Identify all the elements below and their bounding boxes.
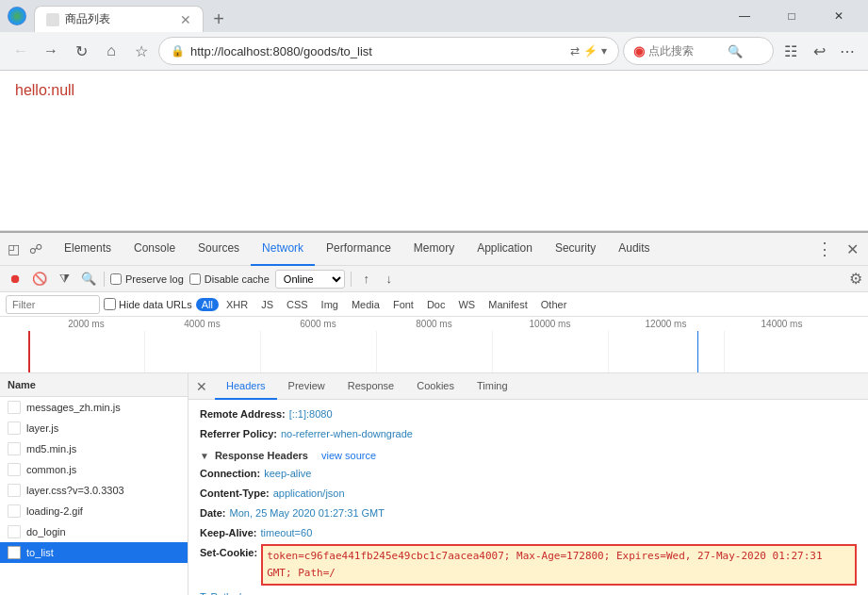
file-name-1: layer.js: [26, 422, 58, 434]
grid-view-button[interactable]: ☷: [778, 38, 804, 64]
search-icon[interactable]: 🔍: [728, 44, 743, 58]
settings-button[interactable]: ⚙: [849, 270, 862, 288]
chevron-down-icon[interactable]: ▾: [601, 44, 607, 58]
devtools-close-button[interactable]: ✕: [841, 240, 864, 258]
timeline-col-4: [492, 331, 608, 372]
timeline-label-0: 2000 ms: [28, 319, 144, 329]
detail-tab-timing[interactable]: Timing: [466, 373, 519, 400]
file-list-panel: Name messages_zh.min.js layer.js md5.min…: [0, 373, 188, 595]
throttle-select[interactable]: Online: [275, 270, 345, 289]
detail-panel-close[interactable]: ✕: [188, 379, 215, 394]
filter-all[interactable]: All: [196, 298, 219, 311]
tab-security[interactable]: Security: [544, 233, 607, 266]
forward-button[interactable]: →: [38, 38, 64, 64]
devtools-toolbar: ⏺ 🚫 ⧩ 🔍 Preserve log Disable cache Onlin…: [0, 266, 868, 292]
undo-button[interactable]: ↩: [806, 38, 832, 64]
filter-media[interactable]: Media: [346, 298, 385, 311]
tab-title: 商品列表: [65, 11, 174, 27]
section-toggle-icon[interactable]: ▼: [200, 451, 209, 461]
more-button[interactable]: ⋯: [834, 38, 860, 64]
file-item-4[interactable]: layer.css?v=3.0.3303: [0, 480, 188, 501]
minimize-button[interactable]: —: [723, 1, 766, 31]
clear-button[interactable]: 🚫: [30, 270, 49, 289]
file-list-header: Name: [0, 373, 188, 397]
file-item-0[interactable]: messages_zh.min.js: [0, 397, 188, 418]
maximize-button[interactable]: □: [770, 1, 813, 31]
devtools-body: Name messages_zh.min.js layer.js md5.min…: [0, 373, 868, 595]
filter-other[interactable]: Other: [535, 298, 573, 311]
filter-img[interactable]: Img: [316, 298, 344, 311]
timeline-label-3: 8000 ms: [376, 319, 492, 329]
search-input[interactable]: [648, 44, 724, 58]
filter-bar: Hide data URLs All XHR JS CSS Img Media …: [0, 292, 868, 317]
search-button[interactable]: 🔍: [79, 270, 98, 289]
close-button[interactable]: ✕: [817, 1, 860, 31]
import-button[interactable]: ↑: [357, 270, 376, 289]
filter-input[interactable]: [6, 295, 100, 314]
toolbar-separator-1: [104, 272, 105, 287]
reload-button[interactable]: ↻: [68, 38, 94, 64]
detail-tab-headers[interactable]: Headers: [215, 373, 277, 400]
filter-css[interactable]: CSS: [281, 298, 314, 311]
url-bar[interactable]: 🔒 http://localhost:8080/goods/to_list ⇄ …: [158, 37, 619, 65]
tab-performance[interactable]: Performance: [315, 233, 402, 266]
device-toolbar-icon[interactable]: ☍: [26, 240, 45, 258]
filter-button[interactable]: ⧩: [55, 270, 74, 289]
hide-data-urls-checkbox[interactable]: [104, 298, 116, 310]
filter-xhr[interactable]: XHR: [221, 298, 254, 311]
tab-audits[interactable]: Audits: [607, 233, 661, 266]
window-controls: — □ ✕: [723, 1, 860, 31]
new-tab-button[interactable]: +: [205, 6, 232, 32]
header-date-value: Mon, 25 May 2020 01:27:31 GMT: [230, 504, 385, 521]
timeline-col-5: [608, 331, 724, 372]
header-keep-alive-value: timeout=60: [261, 524, 313, 541]
export-button[interactable]: ↓: [380, 270, 399, 289]
timeline-col-6: [724, 331, 840, 372]
timeline-grid: [0, 331, 868, 372]
active-tab[interactable]: 商品列表 ✕: [34, 6, 204, 32]
view-source-link[interactable]: view source: [321, 450, 376, 461]
back-button[interactable]: ←: [8, 38, 34, 64]
tab-elements[interactable]: Elements: [53, 233, 123, 266]
file-item-5[interactable]: loading-2.gif: [0, 501, 188, 521]
detail-tab-cookies[interactable]: Cookies: [405, 373, 466, 400]
tab-network[interactable]: Network: [251, 233, 315, 266]
timeline-label-6: 14000 ms: [724, 319, 840, 329]
disable-cache-checkbox[interactable]: [189, 273, 201, 285]
tab-close-button[interactable]: ✕: [180, 12, 191, 27]
file-name-5: loading-2.gif: [26, 505, 83, 517]
tab-sources[interactable]: Sources: [187, 233, 251, 266]
file-item-7[interactable]: to_list: [0, 542, 188, 563]
filter-doc[interactable]: Doc: [421, 298, 451, 311]
filter-js[interactable]: JS: [255, 298, 279, 311]
detail-tab-preview[interactable]: Preview: [277, 373, 336, 400]
tab-console[interactable]: Console: [123, 233, 187, 266]
inspect-element-icon[interactable]: ◰: [4, 240, 23, 258]
file-icon-3: [8, 463, 21, 476]
file-name-7: to_list: [26, 547, 54, 558]
file-item-3[interactable]: common.js: [0, 459, 188, 480]
devtools-more-button[interactable]: ⋮: [809, 239, 841, 259]
file-name-0: messages_zh.min.js: [26, 402, 121, 413]
home-button[interactable]: ⌂: [98, 38, 124, 64]
tab-application[interactable]: Application: [466, 233, 544, 266]
record-button[interactable]: ⏺: [6, 270, 25, 289]
preserve-log-checkbox[interactable]: [110, 273, 122, 285]
bookmark-button[interactable]: ☆: [128, 38, 155, 64]
secure-icon: 🔒: [171, 44, 185, 58]
detail-tab-response[interactable]: Response: [336, 373, 406, 400]
filter-manifest[interactable]: Manifest: [483, 298, 533, 311]
response-headers-section: ▼ Response Headers view source: [200, 450, 857, 461]
url-icons: ⇄ ⚡ ▾: [570, 44, 607, 58]
file-item-2[interactable]: md5.min.js: [0, 438, 188, 459]
tab-memory[interactable]: Memory: [402, 233, 466, 266]
file-item-6[interactable]: do_login: [0, 521, 188, 542]
timeline-col-2: [260, 331, 376, 372]
timeline-label-2: 6000 ms: [260, 319, 376, 329]
file-item-1[interactable]: layer.js: [0, 418, 188, 438]
search-bar[interactable]: ◉ 🔍: [623, 37, 774, 65]
timeline-col-0: [28, 331, 144, 372]
filter-font[interactable]: Font: [387, 298, 419, 311]
file-icon-6: [8, 525, 21, 538]
filter-ws[interactable]: WS: [452, 298, 481, 311]
